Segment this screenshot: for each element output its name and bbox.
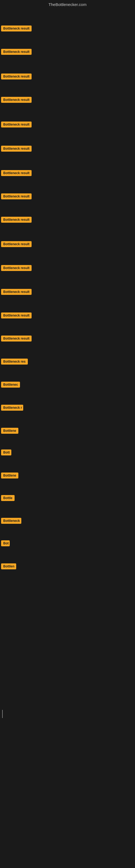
bottleneck-badge: Bottleneck result xyxy=(1,26,32,31)
bottleneck-badge: Bott xyxy=(1,450,11,456)
bottleneck-item-4[interactable]: Bottleneck result xyxy=(1,97,32,104)
bottleneck-badge: Bottleneck res xyxy=(1,359,28,365)
bottleneck-badge: Bottleneck result xyxy=(1,265,32,271)
bottleneck-item-13[interactable]: Bottleneck result xyxy=(1,312,32,319)
bottleneck-item-23[interactable]: Bot xyxy=(1,540,10,547)
bottleneck-badge: Bottle xyxy=(1,495,14,501)
bottleneck-item-14[interactable]: Bottleneck result xyxy=(1,336,32,343)
bottleneck-item-15[interactable]: Bottleneck res xyxy=(1,359,28,366)
bottleneck-item-24[interactable]: Bottlen xyxy=(1,563,16,570)
bottleneck-item-22[interactable]: Bottleneck xyxy=(1,518,21,525)
bottleneck-badge: Bottleneck result xyxy=(1,122,32,127)
bottleneck-item-2[interactable]: Bottleneck result xyxy=(1,49,32,56)
bottleneck-item-6[interactable]: Bottleneck result xyxy=(1,146,32,153)
bottleneck-badge: Bottleneck result xyxy=(1,146,32,152)
bottleneck-badge: Bottlenec xyxy=(1,382,20,388)
bottleneck-item-1[interactable]: Bottleneck result xyxy=(1,26,32,33)
bottleneck-badge: Bottleneck r xyxy=(1,405,23,411)
bottleneck-item-18[interactable]: Bottlene xyxy=(1,428,18,435)
site-title-text: TheBottlenecker.com xyxy=(0,0,135,10)
bottleneck-badge: Bottlene xyxy=(1,428,18,434)
bottleneck-badge: Bottlen xyxy=(1,563,16,569)
bottleneck-badge: Bottleneck xyxy=(1,518,21,524)
cursor-line xyxy=(2,710,3,718)
bottleneck-item-10[interactable]: Bottleneck result xyxy=(1,241,32,248)
bottleneck-badge: Bottleneck result xyxy=(1,217,32,223)
bottleneck-item-21[interactable]: Bottle xyxy=(1,495,14,502)
bottleneck-badge: Bottleneck result xyxy=(1,97,32,103)
bottleneck-item-11[interactable]: Bottleneck result xyxy=(1,265,32,272)
bottleneck-badge: Bottleneck result xyxy=(1,312,32,318)
bottleneck-item-3[interactable]: Bottleneck result xyxy=(1,73,32,81)
bottleneck-badge: Bottleneck result xyxy=(1,49,32,55)
bottleneck-item-5[interactable]: Bottleneck result xyxy=(1,122,32,129)
bottleneck-badge: Bottlene xyxy=(1,472,18,478)
bottleneck-badge: Bottleneck result xyxy=(1,241,32,247)
bottleneck-badge: Bottleneck result xyxy=(1,336,32,341)
bottleneck-item-9[interactable]: Bottleneck result xyxy=(1,217,32,224)
bottleneck-badge: Bottleneck result xyxy=(1,170,32,176)
bottleneck-item-12[interactable]: Bottleneck result xyxy=(1,289,32,296)
bottleneck-badge: Bottleneck result xyxy=(1,289,32,295)
bottleneck-badge: Bottleneck result xyxy=(1,73,32,80)
bottleneck-item-20[interactable]: Bottlene xyxy=(1,472,18,479)
bottleneck-item-8[interactable]: Bottleneck result xyxy=(1,193,32,200)
bottleneck-item-16[interactable]: Bottlenec xyxy=(1,382,20,389)
bottleneck-item-17[interactable]: Bottleneck r xyxy=(1,405,23,412)
bottleneck-item-19[interactable]: Bott xyxy=(1,450,11,457)
bottleneck-badge: Bot xyxy=(1,540,10,546)
bottleneck-item-7[interactable]: Bottleneck result xyxy=(1,170,32,177)
bottleneck-badge: Bottleneck result xyxy=(1,193,32,199)
